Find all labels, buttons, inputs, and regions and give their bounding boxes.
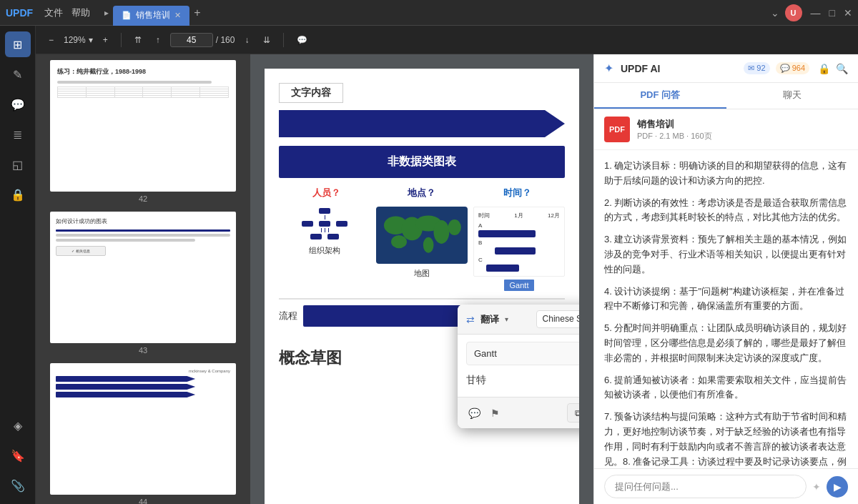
right-tabs: PDF 问答 聊天 xyxy=(594,83,858,109)
map-label: 地图 xyxy=(414,268,430,279)
pdf-viewer: 文字内容 非数据类图表 人员？ 地点？ 时间？ xyxy=(250,54,593,504)
thumbnail-42[interactable]: 练习：纯井截行业，1988-1998 42 xyxy=(41,60,245,203)
lock-icon[interactable]: 🔒 xyxy=(818,63,830,74)
popup-chevron-icon: ▾ xyxy=(505,315,508,323)
svg-point-5 xyxy=(448,219,461,235)
content-item-2: 2. 判断访谈的有效性：考虑访谈是否是最适合获取所需信息的方式，考虑到其耗时较长… xyxy=(604,196,848,226)
section-divider xyxy=(279,298,565,300)
sidebar-icon-fill[interactable]: ◱ xyxy=(5,152,31,177)
question-input[interactable] xyxy=(604,475,807,498)
comment-footer-btn[interactable]: 💬 xyxy=(466,405,483,421)
thumb-num-42: 42 xyxy=(139,194,147,203)
tab-chevron[interactable]: ▸ xyxy=(104,8,109,18)
col-header-2: 地点？ xyxy=(408,187,435,199)
thumbnail-44[interactable]: mckinsey & Company 44 xyxy=(41,363,245,504)
pdf-page: 文字内容 非数据类图表 人员？ 地点？ 时间？ xyxy=(265,69,579,504)
menu-file[interactable]: 文件 xyxy=(44,6,63,19)
popup-footer-actions: 💬 ⚑ xyxy=(466,405,502,421)
nav-top-btn[interactable]: ⇈ xyxy=(130,33,146,47)
toolbar-divider-2 xyxy=(283,33,284,47)
sidebar-icon-layers[interactable]: ◈ xyxy=(5,412,31,438)
send-btn[interactable]: ▶ xyxy=(827,476,848,498)
tab-active[interactable]: 📄 销售培训 ✕ xyxy=(113,6,189,26)
doc-title: 销售培训 xyxy=(637,118,712,131)
window-close-btn[interactable]: ✕ xyxy=(844,7,852,19)
chart-title-box: 非数据类图表 xyxy=(279,146,565,178)
zoom-level: 129% ▾ xyxy=(64,35,93,45)
lang-selector[interactable]: Chinese Simplified-简体中文 ▾ xyxy=(536,310,579,328)
window-minimize-btn[interactable]: — xyxy=(811,7,821,19)
right-content: 1. 确定访谈目标：明确访谈的目的和期望获得的信息，这有助于后续问题的设计和访谈… xyxy=(594,150,858,468)
sidebar-icon-comment[interactable]: 💬 xyxy=(5,92,31,117)
sidebar-icon-protect[interactable]: 🔒 xyxy=(5,182,31,207)
gantt-label: Gantt xyxy=(504,280,535,291)
topbar-right: ⌄ U — □ ✕ xyxy=(771,4,852,21)
badge-92: ✉ 92 xyxy=(744,62,769,74)
tabs-bar: ▸ 📄 销售培训 ✕ + xyxy=(104,0,764,26)
thumb-frame-43: 如何设计成功的图表 ✓ 相关信息 xyxy=(50,212,236,343)
tab-close-btn[interactable]: ✕ xyxy=(174,11,181,20)
content-main: 练习：纯井截行业，1988-1998 42 xyxy=(36,54,858,504)
zoom-in-btn[interactable]: + xyxy=(99,33,112,47)
app-logo: UPDF xyxy=(6,7,33,19)
tab-pdf-qa[interactable]: PDF 问答 xyxy=(594,83,726,109)
content-item-6: 6. 提前通知被访谈者：如果需要索取相关文件，应当提前告知被访谈者，以便他们有所… xyxy=(604,373,848,403)
zoom-out-btn[interactable]: − xyxy=(44,33,58,47)
sidebar-icon-attachment[interactable]: 📎 xyxy=(5,473,31,498)
sidebar-icon-grid[interactable]: ⊞ xyxy=(5,31,31,57)
popup-title: 翻译 xyxy=(480,313,499,326)
menu-help[interactable]: 帮助 xyxy=(72,6,90,19)
sidebar-icon-bookmark[interactable]: 🔖 xyxy=(5,443,31,468)
updf-ai-icon: ✦ xyxy=(604,61,613,75)
translation-popup: ⇄ 翻译 ▾ Chinese Simplified-简体中文 ▾ Gantt xyxy=(458,305,579,428)
thumb-num-44: 44 xyxy=(139,498,147,504)
gantt-time-label: 时间 xyxy=(478,212,490,219)
sidebar-icon-pages[interactable]: ≣ xyxy=(5,122,31,147)
org-chart-label: 组织架构 xyxy=(309,245,340,256)
doc-info: PDF 销售培训 PDF · 2.1 MB · 160页 xyxy=(594,109,858,150)
right-header-badges: ✉ 92 💬 964 xyxy=(744,62,809,74)
content-area: − 129% ▾ + ⇈ ↑ / 160 ↓ ⇊ 💬 xyxy=(36,26,858,504)
nav-bottom-btn[interactable]: ⇊ xyxy=(259,33,275,47)
flag-footer-btn[interactable]: ⚑ xyxy=(488,405,502,421)
copy-btn[interactable]: ⧉ 复制 xyxy=(567,403,579,423)
toolbar-divider-1 xyxy=(121,33,122,47)
sidebar-icon-edit[interactable]: ✎ xyxy=(5,61,31,87)
search-icon[interactable]: 🔍 xyxy=(836,63,848,74)
lang-label: Chinese Simplified-简体中文 xyxy=(543,313,579,325)
content-item-3: 3. 建立访谈背景资料：预先了解相关主题的基本情况，例如涉及的竞争对手、行业术语… xyxy=(604,232,848,277)
page-input[interactable] xyxy=(170,33,213,47)
doc-subtitle: PDF · 2.1 MB · 160页 xyxy=(637,131,712,142)
gantt-row-c: C xyxy=(478,257,560,263)
comment-btn[interactable]: 💬 xyxy=(292,33,312,47)
org-chart-container: 组织架构 xyxy=(279,207,370,256)
user-avatar[interactable]: U xyxy=(785,4,802,21)
tab-icon: 📄 xyxy=(122,11,132,20)
org-box-r1 xyxy=(310,234,322,239)
col-header-1: 人员？ xyxy=(312,187,340,199)
tab-label: 销售培训 xyxy=(136,9,170,21)
nav-down-btn[interactable]: ↓ xyxy=(240,33,253,47)
chevron-down-icon[interactable]: ⌄ xyxy=(771,7,779,19)
window-maximize-btn[interactable]: □ xyxy=(829,7,835,19)
org-box-l3 xyxy=(336,221,347,227)
svg-point-6 xyxy=(391,235,407,248)
svg-point-7 xyxy=(423,237,434,253)
popup-result-text: 甘特 xyxy=(466,371,579,390)
page-separator: / 160 xyxy=(216,35,235,45)
gantt-month2: 12月 xyxy=(548,212,560,219)
minus-icon: − xyxy=(49,35,54,45)
zoom-dropdown-icon[interactable]: ▾ xyxy=(89,35,93,45)
thumb-frame-44: mckinsey & Company xyxy=(50,363,236,495)
nav-up-btn[interactable]: ↑ xyxy=(152,33,164,47)
gantt-month1: 1月 xyxy=(514,212,523,219)
ai-assist-icon[interactable]: ✦ xyxy=(812,481,821,493)
section-title: 文字内容 xyxy=(279,83,343,103)
left-sidebar: ⊞ ✎ 💬 ≣ ◱ 🔒 ◈ 🔖 📎 xyxy=(0,26,36,504)
thumbnails-panel: 练习：纯井截行业，1988-1998 42 xyxy=(36,54,250,504)
flow-label: 流程 xyxy=(279,310,297,322)
thumbnail-43[interactable]: 如何设计成功的图表 ✓ 相关信息 xyxy=(41,212,245,355)
tab-chat[interactable]: 聊天 xyxy=(726,83,859,109)
new-tab-btn[interactable]: + xyxy=(194,6,200,19)
content-item-5: 5. 分配时间并明确重点：让团队成员明确访谈目的，规划好时间管理，区分哪些信息是… xyxy=(604,321,848,365)
